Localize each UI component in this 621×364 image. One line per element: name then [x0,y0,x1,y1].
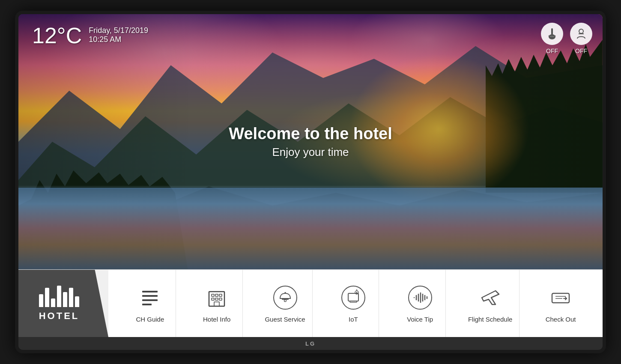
svg-rect-24 [214,302,219,306]
nav-item-hotel-info[interactable]: Hotel Info [191,270,243,337]
bar-7 [75,296,79,307]
svg-rect-21 [212,298,214,300]
hero-water [18,188,603,269]
svg-rect-18 [212,294,214,296]
lg-logo: LG [305,340,316,347]
svg-point-29 [342,286,365,309]
svg-rect-8 [549,36,555,37]
temperature: 12°C [32,24,82,47]
datetime: Friday, 5/17/2019 10:25 AM [89,24,148,44]
svg-point-11 [579,29,583,33]
ch-guide-label: CH Guide [136,316,164,323]
nav-item-guest-service[interactable]: Guest Service [258,270,312,337]
svg-rect-15 [142,299,158,301]
voice-tip-icon [407,285,433,310]
tv-frame: 12°C Friday, 5/17/2019 10:25 AM [15,11,606,353]
svg-rect-31 [350,301,357,302]
nav-items: CH Guide [108,270,603,337]
svg-rect-16 [142,304,152,305]
bar-5 [63,292,67,307]
weather-info: 12°C Friday, 5/17/2019 10:25 AM [32,24,148,47]
svg-rect-14 [142,295,158,297]
voice-tip-label: Voice Tip [407,316,433,323]
flight-schedule-icon [479,286,502,309]
svg-rect-20 [219,294,222,296]
top-controls: OFF OFF [541,23,592,54]
iot-label: IoT [349,316,358,323]
check-out-label: Check Out [546,316,576,323]
welcome-subtitle: Enjoy your time [229,146,392,159]
bar-6 [69,288,73,307]
hotel-bars [39,286,79,307]
broom-icon [546,27,558,40]
hotel-logo-section: HOTEL [18,270,108,337]
nav-item-ch-guide[interactable]: CH Guide [125,270,176,337]
svg-rect-19 [215,294,218,296]
bottom-nav: HOTEL CH Guide [18,269,603,337]
svg-rect-22 [215,298,218,300]
svg-rect-6 [551,28,553,35]
tv-screen: 12°C Friday, 5/17/2019 10:25 AM [18,14,603,350]
guest-service-icon-container [272,284,299,311]
svg-rect-23 [219,298,222,300]
hotel-info-icon-container [203,284,230,311]
welcome-text: Welcome to the hotel Enjoy your time [229,125,392,159]
iot-icon-container [340,284,367,311]
nav-item-iot[interactable]: IoT [328,270,379,337]
dnd-icon-btn[interactable] [570,23,592,45]
svg-point-25 [274,286,297,309]
guest-service-icon [272,285,298,310]
svg-point-27 [284,300,286,302]
svg-rect-28 [284,292,286,293]
cleaning-control[interactable]: OFF [541,23,563,54]
hero-area: 12°C Friday, 5/17/2019 10:25 AM [18,14,603,269]
ch-guide-icon-container [136,284,164,311]
nav-item-voice-tip[interactable]: Voice Tip [394,270,446,337]
bar-2 [45,288,49,307]
dnd-control[interactable]: OFF [570,23,592,54]
cleaning-label: OFF [546,48,558,54]
flight-schedule-icon-container [477,284,504,311]
dnd-label: OFF [575,48,587,54]
bar-1 [39,294,43,307]
nav-item-flight-schedule[interactable]: Flight Schedule [461,270,519,337]
hotel-info-label: Hotel Info [203,316,230,323]
hotel-name: HOTEL [39,310,80,322]
hotel-info-icon [206,286,228,309]
svg-rect-13 [142,291,158,292]
tv-bottom-bar: LG [18,337,603,350]
voice-tip-icon-container [406,284,434,311]
iot-icon [340,285,366,310]
nav-item-check-out[interactable]: Check Out [535,270,586,337]
time-display: 10:25 AM [89,35,148,44]
dnd-icon [575,27,588,40]
flight-schedule-label: Flight Schedule [468,316,512,323]
svg-point-33 [356,292,357,293]
date-display: Friday, 5/17/2019 [89,26,148,35]
ch-guide-icon [139,286,161,309]
guest-service-label: Guest Service [265,316,305,323]
check-out-icon-container [547,284,574,311]
check-out-icon [549,286,572,309]
welcome-title: Welcome to the hotel [229,125,392,143]
cleaning-icon-btn[interactable] [541,23,563,45]
bar-3 [51,298,55,307]
bar-4 [57,286,61,307]
